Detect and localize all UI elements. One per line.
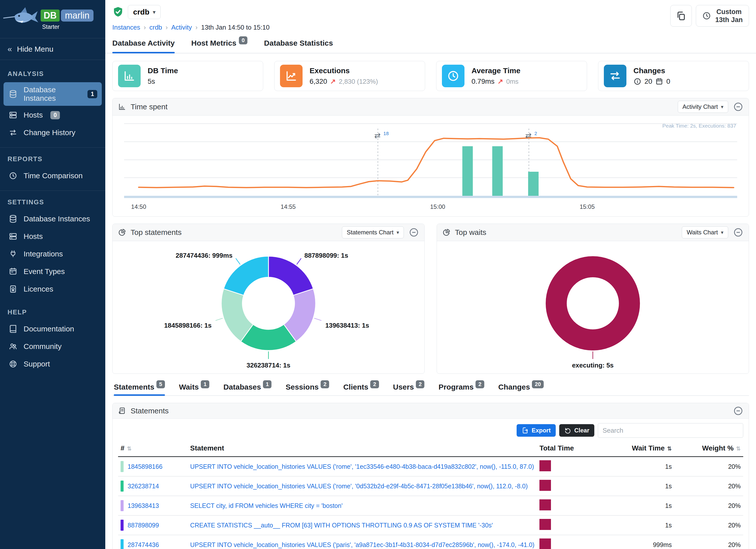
copy-link-button[interactable] (670, 5, 692, 27)
statement-link[interactable]: SELECT city, id FROM vehicles WHERE city… (190, 502, 343, 509)
waits-chart-select[interactable]: Waits Chart▾ (682, 226, 728, 238)
time-range-mode: Custom (716, 8, 742, 16)
minus-circle-icon (733, 406, 743, 416)
statement-id-link[interactable]: 1845898166 (121, 461, 185, 472)
tab-badge: 1 (201, 380, 209, 388)
sort-icon[interactable]: ⇅ (127, 445, 132, 452)
wait-time-cell: 1s (585, 476, 674, 496)
wait-time-cell: 1s (585, 457, 674, 477)
sidebar-item-licences[interactable]: Licences (4, 281, 102, 297)
donut-label: 1845898166: 1s (164, 322, 212, 329)
detail-tab-users[interactable]: Users2 (393, 383, 425, 395)
hide-menu-button[interactable]: « Hide Menu (0, 38, 105, 60)
instance-selector-button[interactable]: crdb ▾ (128, 5, 161, 19)
sidebar-item-community[interactable]: Community (4, 338, 102, 355)
detail-tab-changes[interactable]: Changes20 (498, 383, 544, 395)
detail-tab-statements[interactable]: Statements5 (114, 383, 165, 395)
sidebar-item-change-history[interactable]: Change History (4, 124, 102, 141)
change-event-marker[interactable]: ⇄18 (374, 131, 389, 140)
activity-chart-select[interactable]: Activity Chart▾ (678, 101, 728, 113)
health-shield-icon (112, 6, 124, 18)
statement-id-link[interactable]: 139638413 (121, 500, 185, 511)
sort-icon[interactable]: ⇅ (736, 445, 741, 452)
detail-tab-programs[interactable]: Programs2 (438, 383, 484, 395)
topbar: crdb ▾ Instances›crdb›Activity›13th Jan … (105, 0, 756, 31)
column-header-wait-time[interactable]: Wait Time⇅ (585, 440, 674, 457)
detail-tab-databases[interactable]: Databases1 (223, 383, 271, 395)
detail-tab-waits[interactable]: Waits1 (179, 383, 209, 395)
donut-slice-887898099[interactable] (268, 256, 313, 295)
weight-cell: 20% (674, 496, 743, 515)
kpi-card-db-time: DB Time5s (112, 61, 263, 91)
time-range-button[interactable]: Custom 13th Jan (696, 5, 749, 27)
tab-database-activity[interactable]: Database Activity (112, 39, 175, 53)
statement-cell: UPSERT INTO vehicle_location_histories V… (188, 476, 537, 496)
statement-id-link[interactable]: 287474436 (121, 539, 185, 549)
statements-chart-select[interactable]: Statements Chart▾ (342, 226, 404, 238)
statement-link[interactable]: CREATE STATISTICS __auto__ FROM [63] WIT… (190, 522, 493, 529)
table-row: 287474436UPSERT INTO vehicle_location_hi… (118, 535, 743, 549)
copy-icon (676, 11, 686, 21)
statements-table: #⇅StatementTotal TimeWait Time⇅Weight %⇅… (118, 440, 743, 549)
top-statements-title: Top statements (131, 228, 181, 237)
svg-text:2: 2 (534, 131, 537, 136)
tab-badge: 2 (321, 380, 329, 388)
tab-label: Statements (114, 383, 154, 391)
column-header--[interactable]: #⇅ (118, 440, 188, 457)
pie-chart-icon (118, 228, 126, 236)
breadcrumb-link[interactable]: crdb (149, 24, 162, 31)
collapse-top-waits-button[interactable] (733, 227, 743, 237)
sidebar-item-integrations[interactable]: Integrations (4, 246, 102, 262)
top-statements-donut[interactable]: 887898099: 1s139638413: 1s326238714: 1s1… (113, 241, 424, 374)
sidebar-section: REPORTSTime Comparison (0, 147, 105, 188)
clock-icon (702, 11, 711, 20)
sidebar-item-database-instances[interactable]: Database Instances1 (4, 82, 102, 106)
sidebar-section-label: SETTINGS (0, 196, 105, 210)
tab-label: Host Metrics (191, 39, 236, 47)
breadcrumb-link[interactable]: Activity (171, 24, 192, 31)
detail-tab-clients[interactable]: Clients2 (343, 383, 379, 395)
tab-label: Sessions (286, 383, 319, 391)
bar-chart-icon (118, 65, 141, 87)
kpi-text: Executions6,320↗2,830 (123%) (310, 66, 378, 85)
collapse-top-statements-button[interactable] (409, 227, 419, 237)
breadcrumb-link[interactable]: Instances (112, 24, 140, 31)
licence-icon (8, 284, 18, 294)
time-spent-chart[interactable]: ⇄18⇄214:5014:5515:0015:05Peak Time: 2s, … (117, 117, 745, 215)
sidebar-item-support[interactable]: Support (4, 356, 102, 372)
tab-badge: 20 (532, 380, 543, 388)
top-waits-donut[interactable]: executing: 5s (437, 241, 749, 374)
statement-link[interactable]: UPSERT INTO vehicle_location_histories V… (190, 463, 534, 470)
statement-link[interactable]: UPSERT INTO vehicle_location_histories V… (190, 483, 528, 490)
sidebar-item-hosts[interactable]: Hosts0 (4, 107, 102, 123)
collapse-statements-button[interactable] (733, 406, 743, 416)
total-time-cell (537, 476, 585, 496)
sidebar-item-database-instances[interactable]: Database Instances (4, 211, 102, 227)
collapse-time-spent-button[interactable] (733, 102, 743, 112)
export-button[interactable]: Export (517, 424, 556, 437)
book-icon (8, 324, 18, 334)
donut-slice-287474436[interactable] (224, 256, 268, 295)
statement-id-link[interactable]: 326238714 (121, 481, 185, 492)
sidebar-item-documentation[interactable]: Documentation (4, 321, 102, 337)
table-row: 1845898166UPSERT INTO vehicle_location_h… (118, 457, 743, 477)
detail-tab-sessions[interactable]: Sessions2 (286, 383, 329, 395)
tab-host-metrics[interactable]: Host Metrics0 (191, 39, 247, 53)
sidebar-item-event-types[interactable]: Event Types (4, 263, 102, 280)
sort-icon[interactable]: ⇅ (667, 445, 672, 452)
statements-panel-title: Statements (131, 407, 169, 415)
statement-id-link[interactable]: 887898099 (121, 520, 185, 531)
sidebar-item-time-comparison[interactable]: Time Comparison (4, 167, 102, 184)
column-header-weight-[interactable]: Weight %⇅ (674, 440, 743, 457)
search-input[interactable] (598, 423, 743, 438)
statement-link[interactable]: UPSERT INTO vehicle_location_histories V… (190, 541, 535, 548)
sidebar-item-label: Documentation (24, 325, 74, 333)
svg-text:14:50: 14:50 (131, 203, 146, 210)
tab-database-statistics[interactable]: Database Statistics (264, 39, 333, 53)
statement-color-swatch (121, 481, 124, 492)
clear-button[interactable]: Clear (559, 424, 594, 437)
donut-slice-executing[interactable] (556, 267, 629, 340)
swap-icon (8, 128, 18, 138)
donut-label: 326238714: 1s (247, 361, 291, 369)
sidebar-item-hosts[interactable]: Hosts (4, 228, 102, 245)
